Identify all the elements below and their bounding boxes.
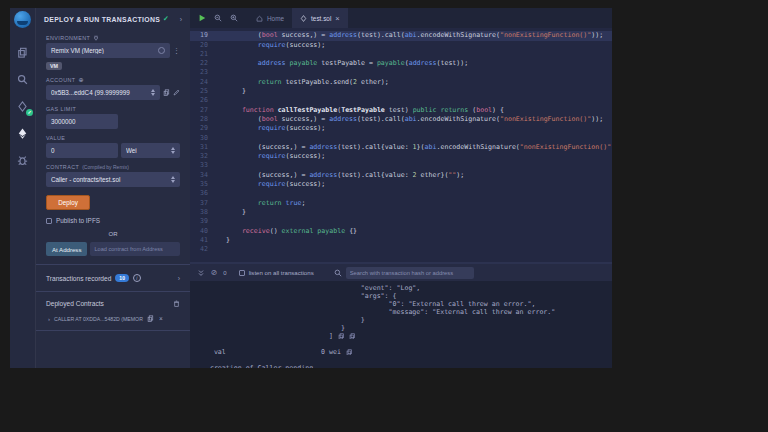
code-line[interactable]: 34 (success,) = address(test).call{value… [190,171,612,180]
gas-limit-input[interactable] [46,114,118,129]
line-number[interactable]: 33 [190,161,220,170]
code-line[interactable]: 22 address payable testPayable = payable… [190,59,612,68]
line-number[interactable]: 31 [190,143,220,152]
code-text: return true; [220,199,305,208]
expand-terminal-icon[interactable] [197,269,205,277]
line-number[interactable]: 27 [190,106,220,115]
transaction-search-input[interactable] [346,267,474,279]
publish-ipfs-checkbox[interactable] [46,218,52,224]
edit-account-icon[interactable] [173,89,180,96]
code-line[interactable]: 30 [190,134,612,143]
line-number[interactable]: 36 [190,189,220,198]
code-line[interactable]: 39 [190,217,612,226]
line-number[interactable]: 30 [190,134,220,143]
add-account-icon[interactable]: ⊕ [78,76,83,83]
value-input[interactable] [46,143,118,158]
publish-ipfs-label: Publish to IPFS [56,217,100,224]
code-line[interactable]: 31 (success,) = address(test).call{value… [190,143,612,152]
copy-icon[interactable] [346,349,353,356]
at-address-input[interactable] [90,242,180,256]
code-line[interactable]: 42 [190,245,612,254]
code-line[interactable]: 23 [190,68,612,77]
line-number[interactable]: 29 [190,124,220,133]
code-line[interactable]: 29 require(success); [190,124,612,133]
line-number[interactable]: 34 [190,171,220,180]
line-number[interactable]: 37 [190,199,220,208]
copy-icon[interactable] [338,333,345,340]
zoom-out-icon[interactable] [210,8,226,28]
account-select[interactable]: 0x5B3...eddC4 (99.9999999 [46,85,160,100]
code-line[interactable]: 26 [190,96,612,105]
close-tab-icon[interactable]: × [335,14,339,23]
debugger-icon[interactable] [14,152,31,169]
deployed-contract-item[interactable]: › CALLER AT 0XDDA...5482D (MEMOR × [48,315,180,322]
trash-icon[interactable] [173,300,180,307]
run-script-icon[interactable] [194,8,210,28]
line-number[interactable]: 38 [190,208,220,217]
clear-console-icon[interactable]: ⊘ [211,268,217,277]
value-unit-select[interactable]: Wei [121,143,180,158]
code-text [220,217,226,226]
line-number[interactable]: 25 [190,87,220,96]
solidity-compiler-icon[interactable]: ✓ [14,98,31,115]
line-number[interactable]: 28 [190,115,220,124]
code-line[interactable]: 28 (bool success,) = address(test).call(… [190,115,612,124]
terminal-line: "args": { [198,292,604,300]
code-line[interactable]: 36 [190,189,612,198]
line-number[interactable]: 20 [190,41,220,50]
line-number[interactable]: 40 [190,227,220,236]
copy-icon[interactable] [349,333,356,340]
line-number[interactable]: 24 [190,78,220,87]
at-address-button[interactable]: At Address [46,242,87,256]
contract-select[interactable]: Caller - contracts/test.sol [46,172,180,187]
copy-address-icon[interactable] [147,315,154,322]
tab-test-sol[interactable]: test.sol × [292,8,348,28]
line-number[interactable]: 22 [190,59,220,68]
terminal-line: } [198,316,604,324]
line-number[interactable]: 19 [190,31,220,40]
tab-home[interactable]: Home [248,8,292,28]
line-number[interactable]: 35 [190,180,220,189]
code-line[interactable]: 21 [190,50,612,59]
file-explorer-icon[interactable] [14,44,31,61]
line-number[interactable]: 41 [190,236,220,245]
code-line[interactable]: 20 require(success); [190,41,612,50]
copy-account-icon[interactable] [163,89,170,96]
code-line[interactable]: 27 function callTestPayable(TestPayable … [190,106,612,115]
line-number[interactable]: 32 [190,152,220,161]
environment-info-icon[interactable] [158,47,165,54]
code-line[interactable]: 37 return true; [190,199,612,208]
code-line[interactable]: 40 receive() external payable {} [190,227,612,236]
code-line[interactable]: 41} [190,236,612,245]
deploy-run-icon[interactable] [14,125,31,142]
terminal-line: "message": "External call threw an error… [198,308,604,316]
transactions-expand-chevron[interactable]: › [178,275,180,282]
line-number[interactable]: 26 [190,96,220,105]
code-line[interactable]: 24 return testPayable.send(2 ether); [190,78,612,87]
line-number[interactable]: 42 [190,245,220,254]
code-line[interactable]: 32 require(success); [190,152,612,161]
code-line[interactable]: 25 } [190,87,612,96]
code-editor[interactable]: 1819 (bool success,) = address(test).cal… [190,28,612,262]
code-line[interactable]: 19 (bool success,) = address(test).call(… [190,31,612,40]
deploy-button[interactable]: Deploy [46,195,90,210]
panel-title: DEPLOY & RUN TRANSACTIONS [44,16,160,23]
code-line[interactable]: 35 require(success); [190,180,612,189]
code-line[interactable]: 38 } [190,208,612,217]
solidity-file-icon [300,15,307,22]
line-number[interactable]: 21 [190,50,220,59]
collapse-chevron-icon[interactable]: › [180,16,182,23]
code-text: receive() external payable {} [220,227,357,236]
info-icon[interactable]: i [133,274,141,282]
search-icon[interactable] [14,71,31,88]
environment-select[interactable]: Remix VM (Merge) [46,43,170,58]
remove-contract-icon[interactable]: × [159,315,163,322]
remix-logo-icon[interactable] [14,11,31,28]
code-line[interactable]: 33 [190,161,612,170]
listen-all-checkbox[interactable] [239,270,245,276]
environment-menu-icon[interactable]: ⋮ [173,47,180,55]
expand-chevron-icon[interactable]: › [48,316,50,322]
zoom-in-icon[interactable] [226,8,242,28]
line-number[interactable]: 23 [190,68,220,77]
line-number[interactable]: 39 [190,217,220,226]
